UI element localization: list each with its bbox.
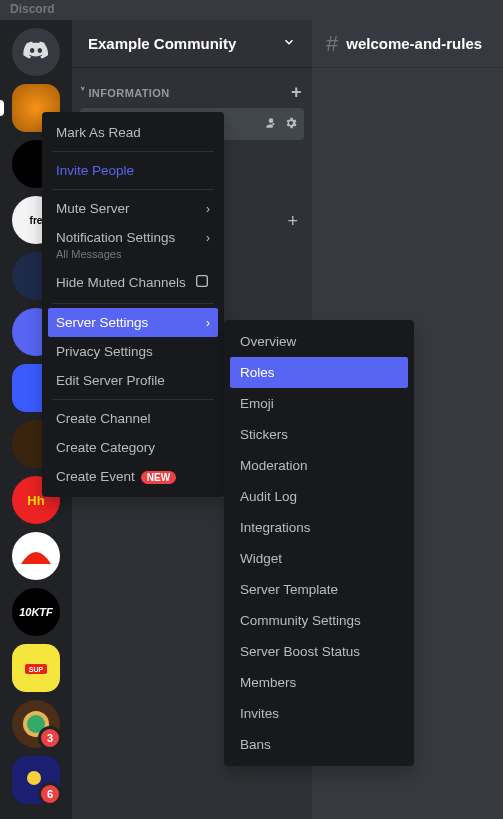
chevron-right-icon: › <box>206 231 210 245</box>
create-invite-icon[interactable] <box>264 116 278 133</box>
menu-mark-as-read[interactable]: Mark As Read <box>48 118 218 147</box>
submenu-roles[interactable]: Roles <box>230 357 408 388</box>
submenu-server-template[interactable]: Server Template <box>230 574 408 605</box>
submenu-server-boost-status[interactable]: Server Boost Status <box>230 636 408 667</box>
add-channel-icon[interactable]: + <box>287 211 298 232</box>
submenu-community-settings[interactable]: Community Settings <box>230 605 408 636</box>
submenu-bans[interactable]: Bans <box>230 729 408 760</box>
svg-point-4 <box>27 771 41 785</box>
menu-edit-server-profile[interactable]: Edit Server Profile <box>48 366 218 395</box>
server-icon-13[interactable]: 6 <box>12 756 60 804</box>
menu-create-channel[interactable]: Create Channel <box>48 404 218 433</box>
menu-hide-muted-channels[interactable]: Hide Muted Channels <box>48 266 218 299</box>
app-title: Discord <box>10 2 55 16</box>
server-name: Example Community <box>88 35 236 52</box>
category-header[interactable]: ˅ INFORMATION + <box>72 68 312 107</box>
menu-create-category[interactable]: Create Category <box>48 433 218 462</box>
notification-subtext: All Messages <box>48 248 218 266</box>
submenu-overview[interactable]: Overview <box>230 326 408 357</box>
server-icon-sup[interactable]: SUP <box>12 644 60 692</box>
category-label: INFORMATION <box>88 87 169 99</box>
menu-create-event[interactable]: Create EventNEW <box>48 462 218 491</box>
chevron-down-icon: ˅ <box>80 86 86 99</box>
submenu-invites[interactable]: Invites <box>230 698 408 729</box>
server-icon-10ktf[interactable]: 10KTF <box>12 588 60 636</box>
chat-header: # welcome-and-rules <box>312 20 503 68</box>
server-icon-12[interactable]: 3 <box>12 700 60 748</box>
menu-mute-server[interactable]: Mute Server › <box>48 194 218 223</box>
server-dropdown[interactable]: Example Community <box>72 20 312 68</box>
unread-badge: 6 <box>38 782 62 806</box>
new-badge: NEW <box>141 471 176 484</box>
submenu-emoji[interactable]: Emoji <box>230 388 408 419</box>
home-button[interactable] <box>12 28 60 76</box>
checkbox-icon <box>194 273 210 292</box>
submenu-integrations[interactable]: Integrations <box>230 512 408 543</box>
submenu-widget[interactable]: Widget <box>230 543 408 574</box>
server-context-menu: Mark As Read Invite People Mute Server ›… <box>42 112 224 497</box>
chevron-right-icon: › <box>206 202 210 216</box>
svg-rect-5 <box>197 276 208 287</box>
add-channel-icon[interactable]: + <box>291 82 302 103</box>
chevron-right-icon: › <box>206 316 210 330</box>
submenu-stickers[interactable]: Stickers <box>230 419 408 450</box>
submenu-members[interactable]: Members <box>230 667 408 698</box>
server-icon-redcap[interactable] <box>12 532 60 580</box>
menu-server-settings[interactable]: Server Settings › <box>48 308 218 337</box>
svg-text:SUP: SUP <box>29 666 44 673</box>
hash-icon: # <box>326 31 338 57</box>
gear-icon[interactable] <box>284 116 298 133</box>
submenu-moderation[interactable]: Moderation <box>230 450 408 481</box>
menu-privacy-settings[interactable]: Privacy Settings <box>48 337 218 366</box>
server-settings-submenu: Overview Roles Emoji Stickers Moderation… <box>224 320 414 766</box>
channel-title: welcome-and-rules <box>346 35 482 52</box>
chevron-down-icon <box>282 35 296 52</box>
submenu-audit-log[interactable]: Audit Log <box>230 481 408 512</box>
menu-invite-people[interactable]: Invite People <box>48 156 218 185</box>
unread-badge: 3 <box>38 726 62 750</box>
